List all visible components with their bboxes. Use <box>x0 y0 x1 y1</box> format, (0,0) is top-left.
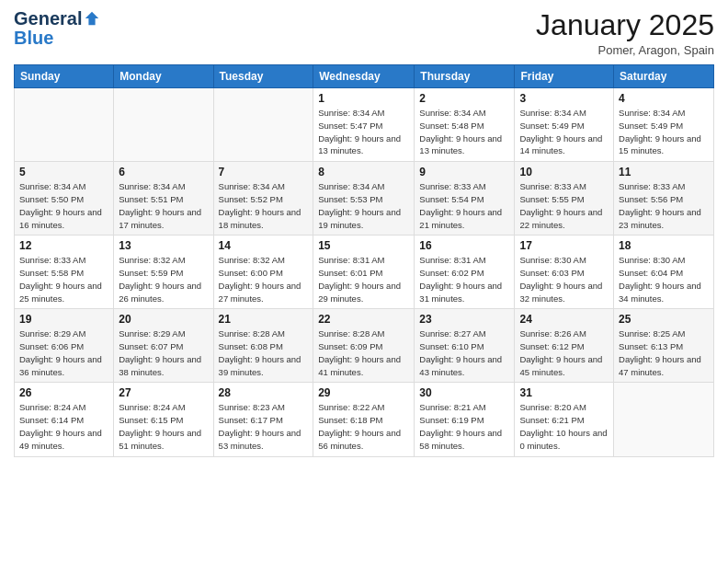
weekday-header-row: SundayMondayTuesdayWednesdayThursdayFrid… <box>15 65 714 88</box>
weekday-tuesday: Tuesday <box>213 65 313 88</box>
day-info: Sunrise: 8:34 AM Sunset: 5:53 PM Dayligh… <box>318 180 409 231</box>
day-info: Sunrise: 8:33 AM Sunset: 5:58 PM Dayligh… <box>19 254 108 304</box>
day-info: Sunrise: 8:34 AM Sunset: 5:50 PM Dayligh… <box>19 180 108 231</box>
weekday-saturday: Saturday <box>614 65 714 88</box>
calendar-cell <box>213 88 313 162</box>
day-info: Sunrise: 8:34 AM Sunset: 5:48 PM Dayligh… <box>419 107 509 157</box>
day-number: 2 <box>419 92 509 105</box>
location-subtitle: Pomer, Aragon, Spain <box>536 43 714 57</box>
day-info: Sunrise: 8:30 AM Sunset: 6:03 PM Dayligh… <box>519 254 609 304</box>
day-info: Sunrise: 8:32 AM Sunset: 5:59 PM Dayligh… <box>119 254 208 304</box>
day-number: 9 <box>419 166 509 178</box>
day-info: Sunrise: 8:23 AM Sunset: 6:17 PM Dayligh… <box>219 401 309 452</box>
calendar-cell: 4Sunrise: 8:34 AM Sunset: 5:49 PM Daylig… <box>614 88 714 162</box>
day-info: Sunrise: 8:25 AM Sunset: 6:13 PM Dayligh… <box>619 327 709 378</box>
day-number: 1 <box>318 92 409 105</box>
weekday-sunday: Sunday <box>15 65 114 88</box>
calendar-cell: 25Sunrise: 8:25 AM Sunset: 6:13 PM Dayli… <box>614 309 714 383</box>
calendar-cell: 13Sunrise: 8:32 AM Sunset: 5:59 PM Dayli… <box>114 236 213 309</box>
calendar-cell: 7Sunrise: 8:34 AM Sunset: 5:52 PM Daylig… <box>213 162 313 236</box>
calendar-cell: 22Sunrise: 8:28 AM Sunset: 6:09 PM Dayli… <box>313 309 415 383</box>
day-number: 25 <box>619 313 709 326</box>
day-number: 14 <box>219 239 309 252</box>
calendar-cell: 10Sunrise: 8:33 AM Sunset: 5:55 PM Dayli… <box>515 162 614 236</box>
weekday-wednesday: Wednesday <box>313 65 415 88</box>
calendar-cell: 15Sunrise: 8:31 AM Sunset: 6:01 PM Dayli… <box>313 236 415 309</box>
day-info: Sunrise: 8:24 AM Sunset: 6:15 PM Dayligh… <box>119 401 208 452</box>
calendar-cell <box>614 383 714 456</box>
day-number: 10 <box>519 166 609 178</box>
calendar-page: General Blue January 2025 Pomer, Aragon,… <box>0 0 728 563</box>
calendar-cell: 21Sunrise: 8:28 AM Sunset: 6:08 PM Dayli… <box>213 309 313 383</box>
day-number: 5 <box>19 166 108 178</box>
day-info: Sunrise: 8:28 AM Sunset: 6:08 PM Dayligh… <box>219 327 309 378</box>
day-info: Sunrise: 8:20 AM Sunset: 6:21 PM Dayligh… <box>519 401 609 452</box>
calendar-cell: 27Sunrise: 8:24 AM Sunset: 6:15 PM Dayli… <box>114 383 213 456</box>
day-info: Sunrise: 8:34 AM Sunset: 5:49 PM Dayligh… <box>619 107 709 157</box>
day-info: Sunrise: 8:34 AM Sunset: 5:51 PM Dayligh… <box>119 180 208 231</box>
day-number: 17 <box>519 239 609 252</box>
day-info: Sunrise: 8:22 AM Sunset: 6:18 PM Dayligh… <box>318 401 409 452</box>
weekday-friday: Friday <box>515 65 614 88</box>
day-number: 18 <box>619 239 709 252</box>
calendar-cell: 17Sunrise: 8:30 AM Sunset: 6:03 PM Dayli… <box>515 236 614 309</box>
day-info: Sunrise: 8:26 AM Sunset: 6:12 PM Dayligh… <box>519 327 609 378</box>
calendar-week-4: 19Sunrise: 8:29 AM Sunset: 6:06 PM Dayli… <box>15 309 714 383</box>
day-number: 29 <box>318 386 409 399</box>
calendar-week-2: 5Sunrise: 8:34 AM Sunset: 5:50 PM Daylig… <box>15 162 714 236</box>
day-info: Sunrise: 8:32 AM Sunset: 6:00 PM Dayligh… <box>219 254 309 304</box>
day-number: 11 <box>619 166 709 178</box>
day-info: Sunrise: 8:33 AM Sunset: 5:56 PM Dayligh… <box>619 180 709 231</box>
day-info: Sunrise: 8:21 AM Sunset: 6:19 PM Dayligh… <box>419 401 509 452</box>
day-number: 24 <box>519 313 609 326</box>
day-number: 15 <box>318 239 409 252</box>
month-title: January 2025 <box>536 9 714 41</box>
calendar-cell <box>114 88 213 162</box>
day-number: 31 <box>519 386 609 399</box>
day-info: Sunrise: 8:29 AM Sunset: 6:06 PM Dayligh… <box>19 327 108 378</box>
day-info: Sunrise: 8:30 AM Sunset: 6:04 PM Dayligh… <box>619 254 709 304</box>
day-number: 6 <box>119 166 208 178</box>
day-number: 23 <box>419 313 509 326</box>
calendar-cell: 5Sunrise: 8:34 AM Sunset: 5:50 PM Daylig… <box>15 162 114 236</box>
svg-marker-0 <box>85 12 98 25</box>
logo-blue: Blue <box>14 28 53 48</box>
logo-icon <box>84 10 100 27</box>
day-info: Sunrise: 8:24 AM Sunset: 6:14 PM Dayligh… <box>19 401 108 452</box>
day-number: 7 <box>219 166 309 178</box>
calendar-cell: 19Sunrise: 8:29 AM Sunset: 6:06 PM Dayli… <box>15 309 114 383</box>
day-number: 8 <box>318 166 409 178</box>
day-number: 30 <box>419 386 509 399</box>
weekday-monday: Monday <box>114 65 213 88</box>
day-number: 16 <box>419 239 509 252</box>
day-number: 3 <box>519 92 609 105</box>
calendar-cell: 24Sunrise: 8:26 AM Sunset: 6:12 PM Dayli… <box>515 309 614 383</box>
calendar-week-3: 12Sunrise: 8:33 AM Sunset: 5:58 PM Dayli… <box>15 236 714 309</box>
calendar-cell: 20Sunrise: 8:29 AM Sunset: 6:07 PM Dayli… <box>114 309 213 383</box>
logo: General Blue <box>14 9 100 49</box>
calendar-week-5: 26Sunrise: 8:24 AM Sunset: 6:14 PM Dayli… <box>15 383 714 456</box>
calendar-table: SundayMondayTuesdayWednesdayThursdayFrid… <box>14 64 714 456</box>
day-number: 21 <box>219 313 309 326</box>
weekday-thursday: Thursday <box>415 65 515 88</box>
day-number: 13 <box>119 239 208 252</box>
day-info: Sunrise: 8:33 AM Sunset: 5:55 PM Dayligh… <box>519 180 609 231</box>
day-info: Sunrise: 8:28 AM Sunset: 6:09 PM Dayligh… <box>318 327 409 378</box>
calendar-cell: 3Sunrise: 8:34 AM Sunset: 5:49 PM Daylig… <box>515 88 614 162</box>
day-info: Sunrise: 8:34 AM Sunset: 5:52 PM Dayligh… <box>219 180 309 231</box>
day-number: 19 <box>19 313 108 326</box>
day-info: Sunrise: 8:27 AM Sunset: 6:10 PM Dayligh… <box>419 327 509 378</box>
title-block: January 2025 Pomer, Aragon, Spain <box>536 9 714 57</box>
day-info: Sunrise: 8:29 AM Sunset: 6:07 PM Dayligh… <box>119 327 208 378</box>
calendar-cell: 14Sunrise: 8:32 AM Sunset: 6:00 PM Dayli… <box>213 236 313 309</box>
logo-general: General <box>14 9 82 28</box>
day-number: 27 <box>119 386 208 399</box>
calendar-cell: 31Sunrise: 8:20 AM Sunset: 6:21 PM Dayli… <box>515 383 614 456</box>
calendar-cell: 29Sunrise: 8:22 AM Sunset: 6:18 PM Dayli… <box>313 383 415 456</box>
calendar-cell: 23Sunrise: 8:27 AM Sunset: 6:10 PM Dayli… <box>415 309 515 383</box>
calendar-cell: 18Sunrise: 8:30 AM Sunset: 6:04 PM Dayli… <box>614 236 714 309</box>
calendar-week-1: 1Sunrise: 8:34 AM Sunset: 5:47 PM Daylig… <box>15 88 714 162</box>
calendar-cell: 6Sunrise: 8:34 AM Sunset: 5:51 PM Daylig… <box>114 162 213 236</box>
day-number: 22 <box>318 313 409 326</box>
calendar-cell: 28Sunrise: 8:23 AM Sunset: 6:17 PM Dayli… <box>213 383 313 456</box>
